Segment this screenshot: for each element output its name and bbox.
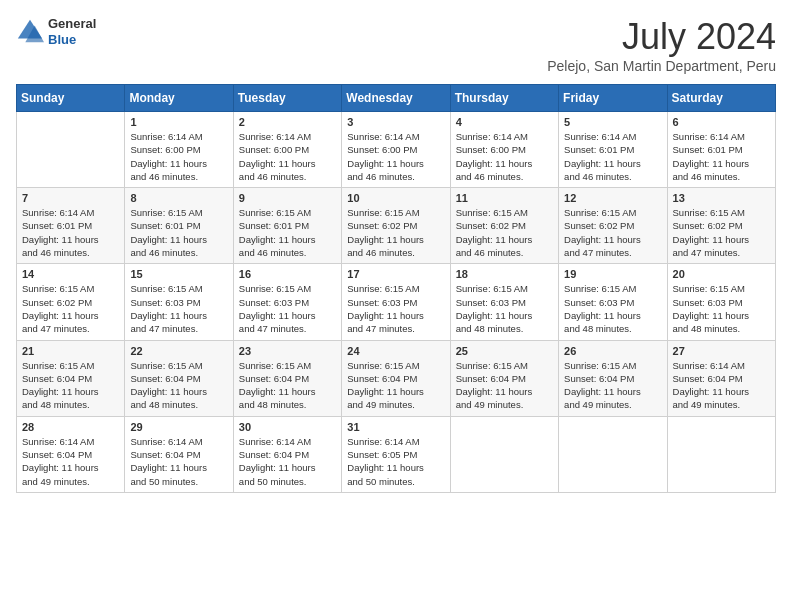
- day-number: 20: [673, 268, 770, 280]
- day-number: 28: [22, 421, 119, 433]
- day-info: Sunrise: 6:14 AMSunset: 6:04 PMDaylight:…: [673, 359, 770, 412]
- calendar-table: SundayMondayTuesdayWednesdayThursdayFrid…: [16, 84, 776, 493]
- calendar-cell: [667, 416, 775, 492]
- calendar-cell: [450, 416, 558, 492]
- calendar-cell: 8Sunrise: 6:15 AMSunset: 6:01 PMDaylight…: [125, 188, 233, 264]
- day-number: 25: [456, 345, 553, 357]
- day-number: 14: [22, 268, 119, 280]
- page-header: General Blue July 2024 Pelejo, San Marti…: [16, 16, 776, 74]
- calendar-header-row: SundayMondayTuesdayWednesdayThursdayFrid…: [17, 85, 776, 112]
- calendar-cell: 11Sunrise: 6:15 AMSunset: 6:02 PMDayligh…: [450, 188, 558, 264]
- day-info: Sunrise: 6:14 AMSunset: 6:01 PMDaylight:…: [673, 130, 770, 183]
- calendar-cell: 18Sunrise: 6:15 AMSunset: 6:03 PMDayligh…: [450, 264, 558, 340]
- calendar-header-tuesday: Tuesday: [233, 85, 341, 112]
- day-number: 21: [22, 345, 119, 357]
- calendar-cell: 9Sunrise: 6:15 AMSunset: 6:01 PMDaylight…: [233, 188, 341, 264]
- day-info: Sunrise: 6:14 AMSunset: 6:04 PMDaylight:…: [239, 435, 336, 488]
- day-number: 30: [239, 421, 336, 433]
- day-number: 19: [564, 268, 661, 280]
- day-info: Sunrise: 6:15 AMSunset: 6:03 PMDaylight:…: [347, 282, 444, 335]
- calendar-cell: 15Sunrise: 6:15 AMSunset: 6:03 PMDayligh…: [125, 264, 233, 340]
- calendar-week-row: 7Sunrise: 6:14 AMSunset: 6:01 PMDaylight…: [17, 188, 776, 264]
- day-number: 23: [239, 345, 336, 357]
- day-info: Sunrise: 6:15 AMSunset: 6:04 PMDaylight:…: [347, 359, 444, 412]
- calendar-cell: 21Sunrise: 6:15 AMSunset: 6:04 PMDayligh…: [17, 340, 125, 416]
- calendar-cell: 14Sunrise: 6:15 AMSunset: 6:02 PMDayligh…: [17, 264, 125, 340]
- day-number: 29: [130, 421, 227, 433]
- day-info: Sunrise: 6:14 AMSunset: 6:05 PMDaylight:…: [347, 435, 444, 488]
- calendar-cell: 20Sunrise: 6:15 AMSunset: 6:03 PMDayligh…: [667, 264, 775, 340]
- day-info: Sunrise: 6:14 AMSunset: 6:00 PMDaylight:…: [239, 130, 336, 183]
- calendar-cell: 19Sunrise: 6:15 AMSunset: 6:03 PMDayligh…: [559, 264, 667, 340]
- day-info: Sunrise: 6:15 AMSunset: 6:03 PMDaylight:…: [239, 282, 336, 335]
- day-number: 1: [130, 116, 227, 128]
- day-number: 6: [673, 116, 770, 128]
- calendar-cell: 16Sunrise: 6:15 AMSunset: 6:03 PMDayligh…: [233, 264, 341, 340]
- day-info: Sunrise: 6:15 AMSunset: 6:03 PMDaylight:…: [456, 282, 553, 335]
- calendar-header-saturday: Saturday: [667, 85, 775, 112]
- day-info: Sunrise: 6:15 AMSunset: 6:04 PMDaylight:…: [456, 359, 553, 412]
- calendar-header-sunday: Sunday: [17, 85, 125, 112]
- day-number: 24: [347, 345, 444, 357]
- day-info: Sunrise: 6:14 AMSunset: 6:00 PMDaylight:…: [130, 130, 227, 183]
- day-number: 11: [456, 192, 553, 204]
- day-number: 15: [130, 268, 227, 280]
- day-info: Sunrise: 6:15 AMSunset: 6:03 PMDaylight:…: [130, 282, 227, 335]
- day-info: Sunrise: 6:15 AMSunset: 6:02 PMDaylight:…: [564, 206, 661, 259]
- calendar-cell: 3Sunrise: 6:14 AMSunset: 6:00 PMDaylight…: [342, 112, 450, 188]
- calendar-cell: 5Sunrise: 6:14 AMSunset: 6:01 PMDaylight…: [559, 112, 667, 188]
- calendar-cell: 6Sunrise: 6:14 AMSunset: 6:01 PMDaylight…: [667, 112, 775, 188]
- day-info: Sunrise: 6:15 AMSunset: 6:02 PMDaylight:…: [22, 282, 119, 335]
- day-info: Sunrise: 6:15 AMSunset: 6:03 PMDaylight:…: [564, 282, 661, 335]
- day-info: Sunrise: 6:15 AMSunset: 6:01 PMDaylight:…: [239, 206, 336, 259]
- logo-blue-text: Blue: [48, 32, 96, 48]
- calendar-cell: 12Sunrise: 6:15 AMSunset: 6:02 PMDayligh…: [559, 188, 667, 264]
- calendar-cell: 7Sunrise: 6:14 AMSunset: 6:01 PMDaylight…: [17, 188, 125, 264]
- day-number: 8: [130, 192, 227, 204]
- calendar-cell: 24Sunrise: 6:15 AMSunset: 6:04 PMDayligh…: [342, 340, 450, 416]
- calendar-cell: 30Sunrise: 6:14 AMSunset: 6:04 PMDayligh…: [233, 416, 341, 492]
- day-info: Sunrise: 6:15 AMSunset: 6:03 PMDaylight:…: [673, 282, 770, 335]
- day-info: Sunrise: 6:15 AMSunset: 6:04 PMDaylight:…: [22, 359, 119, 412]
- day-number: 22: [130, 345, 227, 357]
- main-title: July 2024: [547, 16, 776, 58]
- calendar-cell: 27Sunrise: 6:14 AMSunset: 6:04 PMDayligh…: [667, 340, 775, 416]
- day-number: 5: [564, 116, 661, 128]
- calendar-week-row: 21Sunrise: 6:15 AMSunset: 6:04 PMDayligh…: [17, 340, 776, 416]
- subtitle: Pelejo, San Martin Department, Peru: [547, 58, 776, 74]
- day-info: Sunrise: 6:14 AMSunset: 6:01 PMDaylight:…: [564, 130, 661, 183]
- calendar-cell: 23Sunrise: 6:15 AMSunset: 6:04 PMDayligh…: [233, 340, 341, 416]
- calendar-cell: 1Sunrise: 6:14 AMSunset: 6:00 PMDaylight…: [125, 112, 233, 188]
- day-info: Sunrise: 6:15 AMSunset: 6:04 PMDaylight:…: [564, 359, 661, 412]
- calendar-cell: 25Sunrise: 6:15 AMSunset: 6:04 PMDayligh…: [450, 340, 558, 416]
- day-number: 31: [347, 421, 444, 433]
- day-number: 4: [456, 116, 553, 128]
- calendar-week-row: 28Sunrise: 6:14 AMSunset: 6:04 PMDayligh…: [17, 416, 776, 492]
- calendar-cell: 13Sunrise: 6:15 AMSunset: 6:02 PMDayligh…: [667, 188, 775, 264]
- logo-icon: [16, 18, 44, 46]
- calendar-header-monday: Monday: [125, 85, 233, 112]
- day-info: Sunrise: 6:15 AMSunset: 6:02 PMDaylight:…: [673, 206, 770, 259]
- calendar-cell: 17Sunrise: 6:15 AMSunset: 6:03 PMDayligh…: [342, 264, 450, 340]
- day-info: Sunrise: 6:14 AMSunset: 6:00 PMDaylight:…: [347, 130, 444, 183]
- calendar-week-row: 1Sunrise: 6:14 AMSunset: 6:00 PMDaylight…: [17, 112, 776, 188]
- day-number: 18: [456, 268, 553, 280]
- calendar-header-wednesday: Wednesday: [342, 85, 450, 112]
- calendar-header-friday: Friday: [559, 85, 667, 112]
- day-number: 10: [347, 192, 444, 204]
- day-info: Sunrise: 6:14 AMSunset: 6:04 PMDaylight:…: [130, 435, 227, 488]
- calendar-cell: 22Sunrise: 6:15 AMSunset: 6:04 PMDayligh…: [125, 340, 233, 416]
- title-block: July 2024 Pelejo, San Martin Department,…: [547, 16, 776, 74]
- day-number: 17: [347, 268, 444, 280]
- day-number: 9: [239, 192, 336, 204]
- day-info: Sunrise: 6:14 AMSunset: 6:00 PMDaylight:…: [456, 130, 553, 183]
- day-number: 7: [22, 192, 119, 204]
- calendar-header-thursday: Thursday: [450, 85, 558, 112]
- day-number: 13: [673, 192, 770, 204]
- calendar-cell: [559, 416, 667, 492]
- day-info: Sunrise: 6:15 AMSunset: 6:04 PMDaylight:…: [239, 359, 336, 412]
- calendar-cell: 29Sunrise: 6:14 AMSunset: 6:04 PMDayligh…: [125, 416, 233, 492]
- day-info: Sunrise: 6:15 AMSunset: 6:04 PMDaylight:…: [130, 359, 227, 412]
- calendar-cell: [17, 112, 125, 188]
- day-info: Sunrise: 6:15 AMSunset: 6:02 PMDaylight:…: [456, 206, 553, 259]
